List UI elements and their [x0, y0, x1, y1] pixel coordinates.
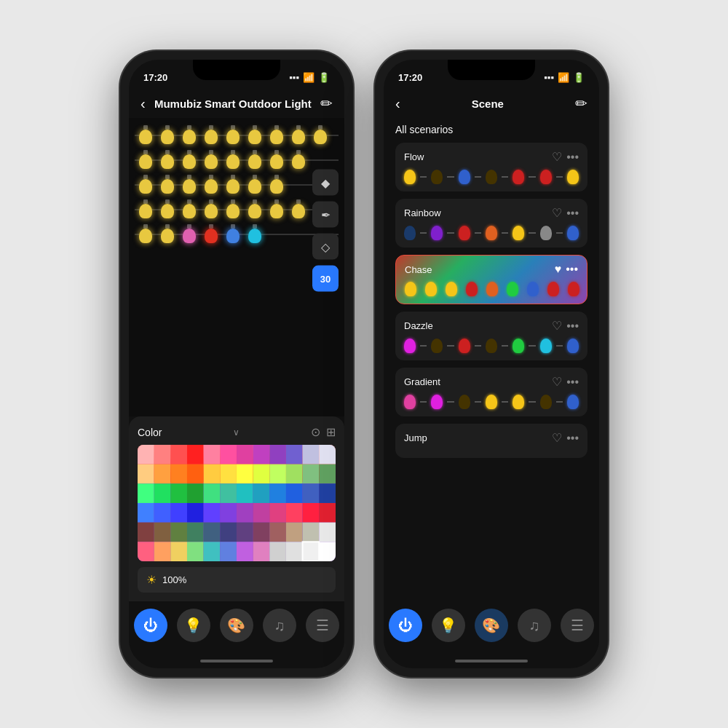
bulb[interactable] [138, 150, 154, 169]
palette-tab[interactable]: 🎨 [220, 609, 253, 642]
scenes-tab[interactable]: ☰ [306, 609, 339, 642]
bulb[interactable] [138, 175, 154, 194]
wire [556, 232, 563, 234]
jump-heart[interactable]: ♡ [552, 431, 562, 445]
bulb[interactable] [138, 224, 154, 243]
dazzle-name: Dazzle [404, 320, 433, 331]
music-tab-2[interactable]: ♫ [518, 609, 551, 642]
bulb[interactable] [312, 125, 328, 144]
flow-bulb [513, 170, 524, 184]
bulb[interactable] [203, 150, 219, 169]
bulb[interactable] [269, 199, 285, 218]
bulb[interactable] [181, 224, 197, 243]
bulb[interactable] [181, 199, 197, 218]
bulb[interactable] [159, 125, 175, 144]
bulb[interactable] [203, 199, 219, 218]
bulb[interactable] [225, 150, 241, 169]
chevron-down-icon[interactable]: ∨ [233, 427, 240, 438]
bulb[interactable] [225, 199, 241, 218]
palette-circle-2: 🎨 [475, 609, 508, 642]
bulb[interactable] [225, 224, 241, 243]
signal-icon-2: ▪▪▪ [544, 72, 554, 83]
svg-rect-57 [286, 523, 303, 542]
svg-rect-67 [253, 542, 270, 561]
scene-flow[interactable]: Flow ♡ ••• [395, 143, 587, 191]
bulb[interactable] [203, 224, 219, 243]
rainbow-bulb [486, 226, 497, 240]
bulb[interactable] [138, 125, 154, 144]
rainbow-header: Rainbow ♡ ••• [404, 206, 579, 220]
section-title: All scenarios [395, 124, 587, 135]
back-button-1[interactable]: ‹ [141, 95, 146, 112]
bulb[interactable] [269, 150, 285, 169]
bulb[interactable] [181, 150, 197, 169]
scenes-tab-2[interactable]: ☰ [561, 609, 594, 642]
back-button-2[interactable]: ‹ [395, 95, 400, 112]
bulb[interactable] [290, 125, 306, 144]
scene-rainbow[interactable]: Rainbow ♡ ••• [395, 199, 587, 248]
flow-bulb [404, 170, 416, 184]
bulb[interactable] [247, 199, 263, 218]
music-tab[interactable]: ♫ [263, 609, 296, 642]
svg-rect-11 [319, 445, 336, 464]
eraser-tool[interactable]: ◇ [312, 234, 339, 260]
scene-jump[interactable]: Jump ♡ ••• [395, 424, 587, 458]
bulb-tab[interactable]: 💡 [177, 609, 210, 642]
bulb[interactable] [203, 125, 219, 144]
pen-tool[interactable]: ✒ [312, 202, 339, 228]
dazzle-more[interactable]: ••• [566, 320, 579, 333]
bulb[interactable] [181, 175, 197, 194]
palette-icon[interactable]: ⊙ [311, 425, 320, 439]
scene-chase[interactable]: Chase ♥ ••• [395, 255, 587, 304]
gradient-heart[interactable]: ♡ [552, 375, 562, 389]
jump-more[interactable]: ••• [566, 432, 579, 445]
rainbow-bulb [431, 226, 443, 240]
grid-icon[interactable]: ⊞ [326, 425, 336, 439]
bulb[interactable] [159, 175, 175, 194]
bulb[interactable] [225, 175, 241, 194]
svg-rect-0 [138, 445, 154, 464]
bulb[interactable] [269, 175, 285, 194]
bulb[interactable] [247, 150, 263, 169]
rainbow-more[interactable]: ••• [566, 207, 579, 220]
bulb[interactable] [290, 150, 306, 169]
color-picker[interactable] [138, 445, 336, 561]
bulb[interactable] [247, 224, 263, 243]
gradient-header: Gradient ♡ ••• [404, 375, 579, 389]
battery-icon-2: 🔋 [573, 72, 585, 83]
bulb[interactable] [181, 125, 197, 144]
chase-heart[interactable]: ♥ [555, 263, 562, 276]
dazzle-header: Dazzle ♡ ••• [404, 319, 579, 333]
bulb[interactable] [269, 125, 285, 144]
bulb[interactable] [290, 199, 306, 218]
wire [447, 345, 454, 347]
svg-rect-14 [170, 464, 187, 484]
chase-more[interactable]: ••• [566, 263, 578, 276]
scene-dazzle[interactable]: Dazzle ♡ ••• [395, 312, 587, 360]
bulb[interactable] [159, 224, 175, 243]
chase-actions: ♥ ••• [555, 263, 578, 276]
bulb[interactable] [159, 199, 175, 218]
diamond-tool[interactable]: ◆ [312, 170, 339, 196]
dazzle-bulb [404, 339, 416, 353]
bulb[interactable] [247, 175, 263, 194]
power-tab[interactable]: ⏻ [134, 609, 167, 642]
bulb[interactable] [203, 175, 219, 194]
power-tab-2[interactable]: ⏻ [389, 609, 422, 642]
edit-button-2[interactable]: ✏ [575, 95, 587, 112]
svg-rect-18 [237, 464, 253, 484]
bulb[interactable] [247, 125, 263, 144]
flow-heart[interactable]: ♡ [552, 150, 562, 164]
bulb-tab-2[interactable]: 💡 [432, 609, 465, 642]
bulb[interactable] [159, 150, 175, 169]
scene-gradient[interactable]: Gradient ♡ ••• [395, 368, 587, 416]
palette-tab-2[interactable]: 🎨 [475, 609, 508, 642]
bulb[interactable] [225, 125, 241, 144]
rainbow-heart[interactable]: ♡ [552, 206, 562, 220]
edit-button-1[interactable]: ✏ [320, 95, 333, 112]
dazzle-heart[interactable]: ♡ [552, 319, 562, 333]
bulb[interactable] [138, 199, 154, 218]
gradient-more[interactable]: ••• [566, 376, 579, 389]
wire [529, 176, 535, 178]
flow-more[interactable]: ••• [566, 151, 579, 164]
